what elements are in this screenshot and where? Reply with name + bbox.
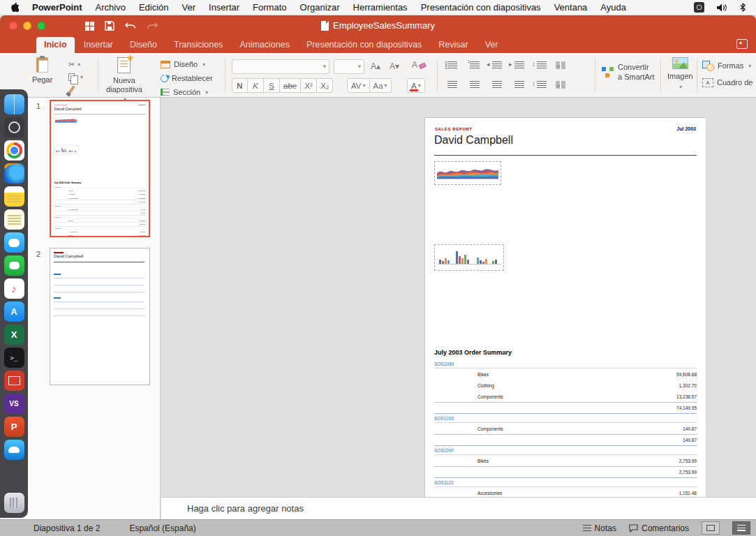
- language-indicator[interactable]: Español (España): [129, 523, 195, 533]
- bullet-list-button[interactable]: [444, 61, 459, 69]
- bar-chart[interactable]: [54, 145, 79, 154]
- menu-item-herramientas[interactable]: Herramientas: [353, 2, 408, 13]
- order-summary-table[interactable]: SOS1089 Bikes59,608.68 Clothing1,302.70 …: [434, 359, 697, 497]
- justify-button[interactable]: [511, 80, 526, 89]
- dock-icon-finder[interactable]: [4, 94, 24, 114]
- subscript-button[interactable]: X₂: [317, 78, 333, 93]
- format-painter-button[interactable]: [68, 84, 83, 95]
- dock-icon-notes[interactable]: [4, 186, 24, 207]
- shrink-font-button[interactable]: A▾: [390, 61, 399, 71]
- menu-item-insertar[interactable]: Insertar: [209, 2, 239, 13]
- clear-formatting-button[interactable]: A: [412, 60, 424, 70]
- tab-transiciones[interactable]: Transiciones: [166, 37, 230, 53]
- dock-icon-firefox[interactable]: [4, 163, 24, 184]
- bar-chart[interactable]: [434, 244, 504, 271]
- strikethrough-button[interactable]: abe: [280, 78, 301, 93]
- dock-icon-wechat[interactable]: [4, 255, 24, 276]
- dock-icon-itunes[interactable]: ♪: [4, 278, 24, 299]
- textbox-button[interactable]: Cuadro de: [702, 77, 753, 88]
- tab-revisar[interactable]: Revisar: [431, 37, 475, 53]
- menu-item-edicion[interactable]: Edición: [139, 2, 169, 13]
- slide-title[interactable]: David Campbell: [434, 134, 513, 147]
- bluetooth-icon[interactable]: [739, 2, 746, 13]
- slide-title[interactable]: David Campbell: [54, 107, 82, 111]
- order-summary-table[interactable]: SOS1089 Bikes59,608.68 Clothing1,302.70 …: [54, 185, 146, 237]
- new-slide-button[interactable]: Nuevadiapositiva: [106, 57, 142, 103]
- area-chart[interactable]: [54, 117, 77, 125]
- italic-button[interactable]: K: [248, 78, 264, 93]
- superscript-button[interactable]: X²: [301, 78, 317, 93]
- menu-item-powerpoint[interactable]: PowerPoint: [32, 2, 82, 13]
- bold-button[interactable]: N: [232, 78, 248, 93]
- menu-item-formato[interactable]: Formato: [253, 2, 286, 13]
- tab-insertar[interactable]: Insertar: [76, 37, 121, 53]
- area-chart[interactable]: [434, 161, 501, 185]
- zoom-window-button[interactable]: [37, 22, 45, 30]
- dock-icon-appstore[interactable]: A: [4, 302, 24, 322]
- tab-inicio[interactable]: Inicio: [36, 37, 75, 53]
- character-spacing-button[interactable]: AV: [347, 78, 370, 93]
- tab-ver[interactable]: Ver: [477, 37, 506, 53]
- shapes-button[interactable]: Formas: [702, 60, 753, 71]
- tab-diseno[interactable]: Diseño: [122, 37, 165, 53]
- underline-button[interactable]: S: [264, 78, 280, 93]
- font-color-button[interactable]: A: [407, 78, 425, 93]
- menu-item-archivo[interactable]: Archivo: [96, 2, 126, 13]
- menu-item-ventana[interactable]: Ventana: [554, 2, 588, 13]
- change-case-button[interactable]: Aa: [370, 78, 392, 93]
- align-left-button[interactable]: [444, 80, 459, 89]
- notes-panel[interactable]: Haga clic para agregar notas: [161, 497, 756, 519]
- align-text-button[interactable]: [556, 81, 565, 89]
- menu-item-presentacion[interactable]: Presentación con diapositivas: [421, 2, 541, 13]
- dock-icon-visual-studio[interactable]: VS: [4, 394, 24, 414]
- ribbon-collapse-icon[interactable]: [736, 39, 748, 49]
- menu-item-organizar[interactable]: Organizar: [300, 2, 340, 13]
- notes-toggle[interactable]: Notas: [583, 523, 616, 533]
- font-name-select[interactable]: [232, 59, 329, 74]
- comments-toggle[interactable]: Comentarios: [629, 523, 689, 533]
- minimize-window-button[interactable]: [23, 22, 31, 30]
- close-window-button[interactable]: [9, 22, 17, 30]
- volume-icon[interactable]: [716, 3, 727, 13]
- decrease-indent-button[interactable]: [489, 61, 503, 69]
- dock-icon-cloud-app[interactable]: [4, 440, 24, 460]
- dock-icon-stickies[interactable]: [4, 209, 24, 230]
- slide-thumbnail-2[interactable]: David Campbell: [50, 248, 150, 385]
- dock-icon-excel[interactable]: X: [4, 325, 24, 345]
- normal-view-button[interactable]: [732, 521, 750, 535]
- font-size-select[interactable]: [334, 59, 364, 74]
- slide-thumbnail-1[interactable]: SALES REPORT Jul 2003 David Campbell: [50, 100, 150, 237]
- increase-indent-button[interactable]: [511, 61, 526, 69]
- tab-animaciones[interactable]: Animaciones: [232, 37, 297, 53]
- line-spacing-button[interactable]: [533, 61, 548, 69]
- slide-page[interactable]: SALES REPORT Jul 2003 David Campbell: [51, 101, 149, 235]
- dock-icon-trash[interactable]: [4, 493, 24, 513]
- tab-presentacion[interactable]: Presentación con diapositivas: [299, 37, 429, 53]
- apple-menu-icon[interactable]: [10, 2, 19, 13]
- titlebar[interactable]: EmployeeSalesSummary: [0, 15, 756, 36]
- section-button[interactable]: Sección: [161, 87, 213, 98]
- slide-editor[interactable]: SALES REPORT Jul 2003 David Campbell: [424, 117, 705, 497]
- dock-icon-powerpoint[interactable]: P: [4, 417, 24, 437]
- layout-button[interactable]: Diseño: [161, 59, 213, 70]
- slide-canvas-area[interactable]: SALES REPORT Jul 2003 David Campbell: [161, 98, 756, 497]
- dock-icon-presentation-app[interactable]: [4, 371, 24, 391]
- columns-button[interactable]: [556, 61, 565, 69]
- copy-button[interactable]: [68, 72, 83, 82]
- dock-icon-chrome[interactable]: [4, 140, 24, 161]
- dock-icon-messages[interactable]: [4, 232, 24, 253]
- convert-smartart-button[interactable]: Convertira SmartArt: [602, 63, 655, 82]
- slide-page[interactable]: SALES REPORT Jul 2003 David Campbell: [425, 118, 706, 497]
- menu-item-ayuda[interactable]: Ayuda: [600, 2, 626, 13]
- grow-font-button[interactable]: A▴: [371, 61, 380, 71]
- reset-button[interactable]: Restablecer: [161, 73, 213, 84]
- dock-icon-utility[interactable]: [4, 117, 24, 137]
- dock-icon-terminal[interactable]: >_: [4, 348, 24, 368]
- align-center-button[interactable]: [466, 80, 481, 89]
- redo-icon[interactable]: [147, 22, 158, 31]
- insert-picture-button[interactable]: Imagen: [667, 57, 693, 90]
- slide-sorter-icon[interactable]: [85, 22, 94, 31]
- input-source-menu-icon[interactable]: [694, 2, 704, 13]
- slide-sor­ter-view-button[interactable]: [702, 521, 720, 535]
- menu-item-ver[interactable]: Ver: [182, 2, 196, 13]
